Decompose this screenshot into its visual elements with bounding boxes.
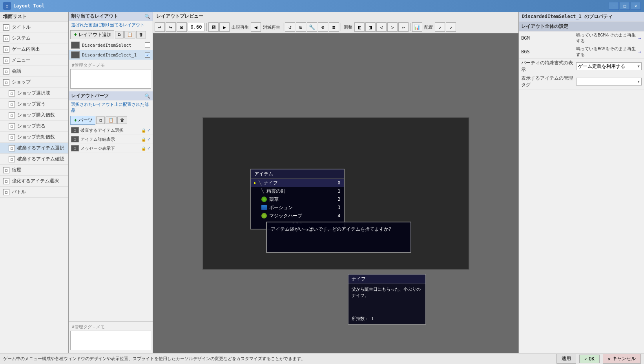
- options-button[interactable]: ≡: [329, 22, 339, 32]
- scene-label-shop: ショップ: [12, 79, 31, 86]
- preview-canvas: アイテム ▶ ╲ ナイフ 0 ╲ 精霊の剣 1: [153, 33, 518, 353]
- undo-button[interactable]: ↩: [155, 22, 165, 32]
- prop-dropdown-itemtag[interactable]: ▼: [576, 78, 642, 86]
- sidebar-item-dialog[interactable]: □ 会話: [0, 66, 68, 77]
- appear-play-label: 出現再生: [230, 24, 250, 30]
- memo-section-bottom: #管理タグ＋メモ: [69, 322, 153, 353]
- sidebar-item-ingame[interactable]: □ ゲーム内演出: [0, 44, 68, 55]
- parts-search-icon[interactable]: 🔍: [144, 93, 150, 99]
- sidebar-item-discard-select[interactable]: □ 破棄するアイテム選択: [0, 143, 68, 154]
- prev-button[interactable]: ◀: [251, 22, 261, 32]
- sidebar-item-battle[interactable]: □ バトル: [0, 187, 68, 198]
- scene-label-discard-select: 破棄するアイテム選択: [17, 145, 64, 151]
- paste-part-button[interactable]: 📋: [106, 116, 117, 124]
- scene-list-panel: 場面リスト □ タイトル □ システム □ ゲーム内演出 □ メニュー □ 会話…: [0, 12, 69, 353]
- play-button[interactable]: ▶: [219, 22, 230, 32]
- scene-icon-shop-select: □: [9, 90, 15, 96]
- layout-check-1[interactable]: ✓: [145, 52, 150, 58]
- part-lock-0: 🔒: [141, 128, 146, 133]
- item-row-2: 薬草 2: [251, 195, 344, 204]
- fit-button[interactable]: ⊡: [177, 22, 187, 32]
- sidebar-item-inn[interactable]: □ 宿屋: [0, 165, 68, 176]
- graph-button[interactable]: 📊: [412, 22, 422, 32]
- maximize-button[interactable]: □: [620, 2, 630, 10]
- loop-button[interactable]: ↺: [285, 22, 295, 32]
- scene-icon-shop: □: [3, 79, 9, 86]
- item-row-3: ポーション 3: [251, 204, 344, 212]
- sidebar-item-shop-select[interactable]: □ ショップ選択肢: [0, 88, 68, 99]
- ok-label: OK: [589, 356, 594, 362]
- item-num-2: 2: [333, 197, 341, 202]
- sep2: [283, 23, 283, 31]
- memo-textarea-bottom[interactable]: [70, 331, 151, 350]
- part-check-0[interactable]: ✓: [148, 127, 150, 133]
- sidebar-item-shop-sellcount[interactable]: □ ショップ売却個数: [0, 132, 68, 143]
- scene-label-dialog: 会話: [12, 68, 21, 75]
- align-next-btn[interactable]: ▷: [387, 22, 398, 32]
- sidebar-item-shop-buy[interactable]: □ ショップ買う: [0, 99, 68, 110]
- prop-dropdown-party[interactable]: ゲーム定義を利用する ▼: [576, 62, 642, 70]
- layout-name-1: DiscardedItemSelect_1: [82, 53, 142, 58]
- slash-icon: ╲: [259, 180, 261, 186]
- prop-dropdown-party-value: ゲーム定義を利用する: [578, 63, 625, 70]
- part-check-2[interactable]: ✓: [148, 146, 150, 151]
- sidebar-item-shop-buycount[interactable]: □ ショップ購入個数: [0, 110, 68, 121]
- disappear-play-label: 消滅再生: [262, 24, 281, 30]
- place-label: 配置: [423, 24, 434, 30]
- add-layout-button[interactable]: ＋ レイアウト追加: [70, 30, 114, 39]
- apply-button[interactable]: 適用: [556, 354, 576, 364]
- delete-part-button[interactable]: 🗑: [117, 116, 127, 124]
- sidebar-item-discard-confirm[interactable]: □ 破棄するアイテム確認: [0, 154, 68, 165]
- memo-textarea-top[interactable]: [70, 69, 151, 89]
- paste-layout-button[interactable]: 📋: [124, 31, 135, 38]
- scene-label-shop-sellcount: ショップ売却個数: [17, 134, 55, 140]
- status-bar: ゲーム中のメニュー構成や各種ウィンドウのデザインや表示位置、スプライトを使用した…: [0, 353, 644, 364]
- scene-icon-title: □: [3, 24, 9, 31]
- minimize-button[interactable]: ─: [609, 2, 619, 10]
- delete-layout-button[interactable]: 🗑: [136, 31, 146, 38]
- scene-icon-system: □: [3, 35, 9, 42]
- part-item-2[interactable]: □ メッセージ表示下 🔒 ✓: [69, 144, 153, 153]
- align-prev-btn[interactable]: ◁: [376, 22, 387, 32]
- sidebar-item-title[interactable]: □ タイトル: [0, 22, 68, 33]
- target-button[interactable]: ⊕: [318, 22, 328, 32]
- sidebar-item-shop[interactable]: □ ショップ: [0, 77, 68, 88]
- grid-button[interactable]: ⊞: [296, 22, 306, 32]
- scene-label-shop-buycount: ショップ購入個数: [17, 112, 55, 118]
- part-name-2: メッセージ表示下: [80, 146, 140, 151]
- properties-panel: DiscardedItemSelect_1 のプロパティ レイアウト全体の設定 …: [518, 12, 644, 353]
- layout-toolbar: ＋ レイアウト追加 ⧉ 📋 🗑: [69, 29, 153, 40]
- sidebar-item-enhance[interactable]: □ 強化するアイテム選択: [0, 176, 68, 187]
- zoom-input[interactable]: 0.60: [188, 23, 205, 31]
- distribute-h-btn[interactable]: ⇔: [398, 22, 409, 32]
- copy-layout-button[interactable]: ⧉: [115, 31, 124, 38]
- scene-icon-menu: □: [3, 57, 9, 64]
- export1-button[interactable]: ↗: [435, 22, 445, 32]
- layout-item-1[interactable]: DiscardedItemSelect_1 ✓: [69, 50, 153, 60]
- magnet-button[interactable]: 🔧: [307, 22, 317, 32]
- sidebar-item-system[interactable]: □ システム: [0, 33, 68, 44]
- align-left-btn[interactable]: ◧: [354, 22, 365, 32]
- export2-button[interactable]: ↗: [446, 22, 456, 32]
- screen-button[interactable]: 🖥: [208, 22, 219, 32]
- align-right-btn[interactable]: ◨: [365, 22, 376, 32]
- close-button[interactable]: ✕: [631, 2, 641, 10]
- sidebar-item-shop-sell[interactable]: □ ショップ売る: [0, 121, 68, 132]
- part-item-1[interactable]: □ アイテム詳細表示 🔒 ✓: [69, 135, 153, 144]
- cancel-button[interactable]: ✕ キャンセル: [603, 354, 641, 364]
- prop-expand-bgs[interactable]: →: [637, 49, 642, 55]
- layout-thumb-0: [71, 42, 80, 49]
- layout-check-0[interactable]: [145, 42, 150, 48]
- copy-part-button[interactable]: ⧉: [96, 116, 105, 124]
- part-item-0[interactable]: □ 破棄するアイテム選択 🔒 ✓: [69, 126, 153, 135]
- prop-expand-bgm[interactable]: →: [637, 36, 642, 41]
- part-name-1: アイテム詳細表示: [80, 136, 140, 142]
- part-check-1[interactable]: ✓: [148, 136, 150, 142]
- sep3: [341, 23, 341, 31]
- sidebar-item-menu[interactable]: □ メニュー: [0, 55, 68, 66]
- ok-button[interactable]: ✓ OK: [579, 355, 600, 363]
- layout-item-0[interactable]: DiscardedItemSelect: [69, 40, 153, 50]
- layout-search-icon[interactable]: 🔍: [144, 14, 150, 19]
- redo-button[interactable]: ↪: [166, 22, 176, 32]
- add-part-button[interactable]: ＋ パーツ: [70, 116, 95, 125]
